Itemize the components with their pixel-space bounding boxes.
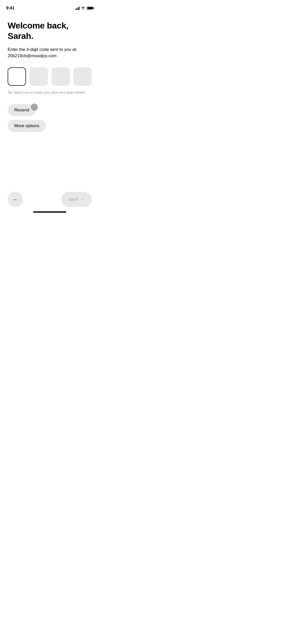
code-input-group xyxy=(8,67,92,86)
back-button[interactable]: ← xyxy=(8,192,23,207)
code-input-4[interactable] xyxy=(73,67,92,86)
action-buttons: Resend More options xyxy=(8,104,92,132)
resend-button[interactable]: Resend xyxy=(8,104,36,116)
code-input-3[interactable] xyxy=(51,67,70,86)
status-time: 9:41 xyxy=(6,6,15,11)
signal-icon xyxy=(75,6,80,10)
next-button[interactable]: Next → xyxy=(61,192,92,207)
wifi-icon xyxy=(81,7,85,10)
back-arrow-icon: ← xyxy=(13,197,18,202)
status-bar: 9:41 xyxy=(0,0,99,13)
subtitle-email: 20b219cb@moodjoy.com xyxy=(8,53,57,58)
subtitle-line1: Enter the 4-digit code sent to you at: xyxy=(8,47,77,52)
main-content: Welcome back, Sarah. Enter the 4-digit c… xyxy=(0,13,99,132)
next-arrow-icon: → xyxy=(80,197,85,202)
touch-indicator xyxy=(31,104,38,111)
more-options-button[interactable]: More options xyxy=(8,120,46,132)
code-input-1[interactable] xyxy=(8,67,26,86)
status-icons xyxy=(75,6,93,10)
home-indicator xyxy=(33,211,66,213)
page-title: Welcome back, Sarah. xyxy=(8,20,92,41)
code-input-2[interactable] xyxy=(30,67,48,86)
tip-text: Tip: Make sure to check your inbox and s… xyxy=(8,90,92,95)
battery-icon xyxy=(87,7,93,10)
subtitle-text: Enter the 4-digit code sent to you at: 2… xyxy=(8,46,92,59)
next-label: Next xyxy=(69,197,78,202)
bottom-navigation: ← Next → xyxy=(0,192,99,207)
